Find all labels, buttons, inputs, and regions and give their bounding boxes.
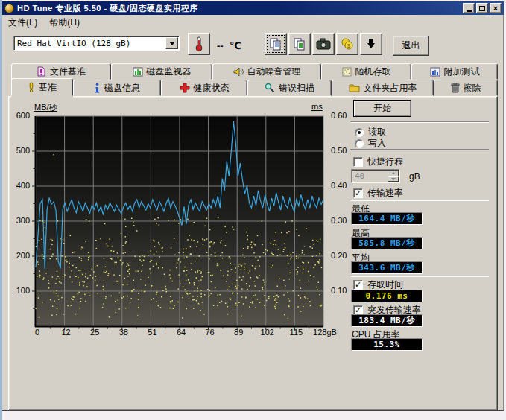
- start-button[interactable]: 开始: [353, 100, 411, 117]
- short-stroke-row[interactable]: 快捷行程: [353, 156, 403, 168]
- tab-label: 自动噪音管理: [247, 66, 301, 78]
- screenshot-icon: [316, 38, 331, 50]
- exit-button[interactable]: 退出: [393, 36, 429, 56]
- tab-erase[interactable]: 擦除: [434, 80, 498, 96]
- thermometer-icon: [192, 36, 206, 52]
- min-value-display: 164.4 MB/秒: [351, 212, 423, 225]
- menu-bar: 文件(F) 帮助(H): [2, 15, 503, 30]
- folder-usage-icon: [349, 83, 360, 92]
- access-time-display: 0.176 ms: [351, 290, 423, 302]
- copy-image-button[interactable]: [288, 33, 311, 55]
- transfer-rate-row[interactable]: ✓ 传输速率: [353, 187, 403, 200]
- maximize-button[interactable]: [476, 3, 488, 13]
- tab-label: 文件基准: [50, 66, 86, 78]
- chevron-down-icon: [391, 178, 396, 180]
- capacity-stepper[interactable]: 40: [351, 169, 400, 183]
- tab-label: 健康状态: [194, 82, 230, 95]
- tab-folder-usage[interactable]: 文件夹占用率: [332, 80, 434, 96]
- temperature-value: --: [217, 40, 224, 51]
- access-time-checkbox[interactable]: ✓: [353, 280, 363, 290]
- write-radio-row[interactable]: 写入: [355, 137, 386, 150]
- menu-file[interactable]: 文件(F): [2, 15, 43, 31]
- copy-image-icon: [293, 37, 306, 51]
- donate-icon: $: [341, 37, 354, 51]
- benchmark-icon: [28, 82, 35, 92]
- tab-noise-management[interactable]: 自动噪音管理: [212, 63, 321, 80]
- minimize-button[interactable]: [463, 3, 475, 13]
- read-radio[interactable]: [355, 128, 364, 137]
- temperature-unit: ℃: [230, 40, 241, 51]
- tab-row-back: 文件基准 磁盘监视器 自动噪音管理 随机存取 附加测试: [11, 63, 498, 80]
- write-radio[interactable]: [355, 139, 364, 148]
- disk-info-icon: [94, 83, 101, 93]
- tab-file-benchmark[interactable]: 文件基准: [11, 63, 111, 80]
- file-benchmark-icon: [37, 66, 46, 77]
- health-icon: [180, 83, 190, 93]
- svg-text:$: $: [347, 43, 350, 48]
- noise-management-icon: [233, 67, 244, 77]
- save-button[interactable]: [360, 33, 382, 55]
- separator: [350, 276, 489, 277]
- separator: [350, 200, 489, 201]
- random-access-icon: [342, 67, 352, 77]
- drive-select[interactable]: Red Hat VirtIO (128 gB): [13, 36, 180, 51]
- tab-label: 磁盘监视器: [147, 66, 192, 78]
- save-icon: [365, 37, 377, 51]
- tab-extra-tests[interactable]: 附加测试: [411, 63, 498, 80]
- maximize-icon: [479, 6, 485, 11]
- separator: [350, 121, 489, 123]
- close-icon: ×: [493, 4, 498, 12]
- window-title: HD Tune 专业版 5.50 - 硬盘/固态硬盘实用程序: [17, 3, 198, 14]
- client-area: 文件(F) 帮助(H) Red Hat VirtIO (128 gB) -- ℃: [2, 15, 504, 411]
- capacity-value: 40: [352, 170, 388, 182]
- copy-icon: [269, 37, 282, 51]
- right-axis-unit: ms: [311, 102, 323, 111]
- tab-label: 错误扫描: [279, 82, 314, 95]
- tab-disk-monitor[interactable]: 磁盘监视器: [111, 63, 212, 80]
- tab-label: 擦除: [464, 82, 481, 95]
- transfer-rate-label: 传输速率: [367, 187, 403, 200]
- burst-rate-display: 183.4 MB/秒: [351, 314, 423, 327]
- transfer-rate-checkbox[interactable]: ✓: [353, 188, 363, 198]
- tab-label: 磁盘信息: [104, 82, 140, 95]
- app-icon: [4, 4, 14, 13]
- tab-row-front: 基准 磁盘信息 健康状态 错误扫描 文件夹占用率: [11, 80, 498, 96]
- minimize-icon: [467, 10, 472, 12]
- temperature-button[interactable]: [188, 33, 210, 55]
- screenshot-button[interactable]: [312, 33, 335, 55]
- cpu-usage-display: 15.3%: [351, 338, 423, 351]
- tab-benchmark[interactable]: 基准: [11, 78, 73, 96]
- tab-disk-info[interactable]: 磁盘信息: [73, 80, 161, 96]
- extra-tests-icon: [430, 67, 440, 77]
- title-bar: HD Tune 专业版 5.50 - 硬盘/固态硬盘实用程序 ×: [2, 1, 504, 15]
- tab-error-scan[interactable]: 错误扫描: [247, 80, 332, 96]
- tab-label: 文件夹占用率: [364, 82, 417, 95]
- max-value-display: 585.8 MB/秒: [351, 237, 423, 249]
- avg-value-display: 343.6 MB/秒: [351, 261, 423, 274]
- disk-monitor-icon: [133, 67, 143, 77]
- tab-label: 随机存取: [355, 66, 391, 78]
- drive-select-value: Red Hat VirtIO (128 gB): [14, 39, 165, 48]
- donate-button[interactable]: $: [336, 33, 358, 55]
- stepper-up-button[interactable]: [388, 171, 399, 176]
- write-radio-label: 写入: [368, 137, 386, 150]
- benchmark-chart: [30, 112, 326, 331]
- tab-label: 基准: [39, 81, 57, 94]
- short-stroke-checkbox[interactable]: [353, 157, 363, 167]
- copy-button[interactable]: [265, 33, 287, 55]
- menu-help[interactable]: 帮助(H): [43, 15, 86, 31]
- close-button[interactable]: ×: [490, 3, 502, 13]
- separator: [350, 149, 489, 150]
- erase-icon: [451, 83, 460, 93]
- tab-label: 附加测试: [444, 66, 480, 78]
- chevron-up-icon: [391, 172, 396, 174]
- error-scan-icon: [265, 83, 275, 93]
- benchmark-panel: MB/秒 ms 600500400300200100 0.600.500.400…: [8, 96, 498, 410]
- short-stroke-label: 快捷行程: [367, 156, 403, 168]
- tab-random-access[interactable]: 随机存取: [321, 63, 411, 80]
- chevron-down-icon: [169, 42, 175, 45]
- stepper-down-button[interactable]: [388, 176, 399, 182]
- tab-health[interactable]: 健康状态: [161, 80, 247, 96]
- dropdown-arrow-button[interactable]: [165, 37, 178, 49]
- capacity-unit: gB: [409, 171, 420, 182]
